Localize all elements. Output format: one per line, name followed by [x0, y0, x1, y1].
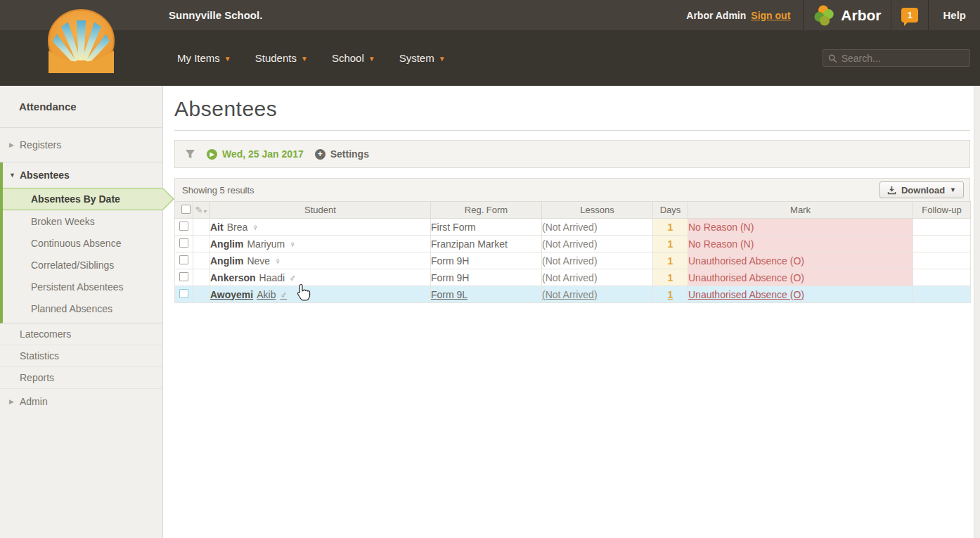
student-cell[interactable]: AitBrea♀: [210, 219, 431, 236]
search-input[interactable]: [842, 53, 965, 64]
plus-circle-icon: +: [315, 149, 325, 160]
student-cell[interactable]: AnkersonHaadi♂: [210, 269, 431, 286]
follow-up-cell[interactable]: [913, 269, 971, 286]
chevron-right-icon: ▶: [9, 398, 14, 405]
table-row[interactable]: AnglimMariyum♀ Franzipan Market (Not Arr…: [175, 236, 971, 252]
reg-form-cell[interactable]: Form 9H: [431, 252, 542, 269]
table-row[interactable]: AnkersonHaadi♂ Form 9H (Not Arrived) 1 U…: [175, 269, 971, 286]
notification-badge[interactable]: 1: [901, 8, 918, 23]
col-reg-form[interactable]: Reg. Form: [431, 202, 542, 219]
follow-up-cell[interactable]: [913, 252, 971, 269]
mark-cell[interactable]: Unauthorised Absence (O): [688, 286, 913, 303]
follow-up-cell[interactable]: [913, 219, 971, 236]
filter-funnel-icon: [185, 149, 195, 159]
chevron-down-icon: ▼: [9, 172, 15, 179]
nav-students[interactable]: Students ▼: [255, 52, 308, 64]
male-icon: ♂: [289, 273, 296, 283]
student-cell[interactable]: AnglimNeve♀: [210, 252, 431, 269]
lessons-cell[interactable]: (Not Arrived): [542, 286, 653, 303]
days-cell[interactable]: 1: [653, 269, 688, 286]
arbor-brand[interactable]: Arbor: [803, 0, 891, 30]
download-button[interactable]: Download ▼: [879, 181, 964, 198]
select-all-checkbox[interactable]: [181, 205, 191, 214]
sidebar-item-correlated-siblings[interactable]: Correlated/Siblings: [3, 254, 162, 276]
edit-pencil-icon: ✎: [195, 205, 203, 215]
sidebar-item-broken-weeks[interactable]: Broken Weeks: [3, 210, 162, 232]
sidebar-item-registers[interactable]: ▶ Registers: [0, 128, 162, 162]
reg-form-cell[interactable]: First Form: [431, 219, 542, 236]
col-student[interactable]: Student: [210, 202, 431, 219]
page-title: Absentees: [174, 97, 970, 121]
nav-school[interactable]: School ▼: [332, 52, 375, 64]
scrollbar[interactable]: [974, 86, 980, 538]
col-days[interactable]: Days: [653, 202, 688, 219]
female-icon: ♀: [289, 239, 296, 250]
sidebar-item-absentees[interactable]: ▼ Absentees: [3, 162, 162, 188]
play-circle-icon: ▶: [207, 149, 217, 160]
sidebar: Attendance ▶ Registers ▼ Absentees Absen…: [0, 86, 163, 538]
settings-filter[interactable]: + Settings: [315, 148, 369, 160]
notification-section[interactable]: 1: [891, 0, 928, 30]
checkbox-cell: [175, 236, 193, 252]
row-checkbox[interactable]: [179, 222, 188, 231]
sidebar-item-label: Absentees By Date: [3, 193, 120, 205]
search-icon: [828, 53, 837, 63]
nav-my-items[interactable]: My Items ▼: [177, 52, 231, 64]
main-content: Absentees ▶ Wed, 25 Jan 2017 + Settings …: [164, 86, 970, 538]
user-area: Arbor Admin Sign out: [679, 0, 803, 30]
results-bar: Showing 5 results Download ▼: [174, 178, 970, 201]
follow-up-cell[interactable]: [913, 286, 971, 303]
days-cell[interactable]: 1: [653, 252, 688, 269]
arbor-logo-icon: [813, 4, 836, 27]
sidebar-item-continuous-absence[interactable]: Continuous Absence: [3, 232, 162, 254]
edit-cell: [193, 219, 210, 236]
sidebar-item-reports[interactable]: Reports: [0, 367, 162, 389]
sidebar-item-admin[interactable]: ▶ Admin: [0, 390, 162, 412]
follow-up-cell[interactable]: [913, 236, 971, 252]
lessons-cell[interactable]: (Not Arrived): [542, 252, 653, 269]
download-icon: [887, 186, 896, 195]
search-box: [823, 49, 970, 67]
bulk-edit-header[interactable]: ✎▼: [193, 202, 210, 219]
table-row[interactable]: AnglimNeve♀ Form 9H (Not Arrived) 1 Unau…: [175, 252, 971, 269]
lessons-cell[interactable]: (Not Arrived): [542, 219, 653, 236]
student-cell[interactable]: AwoyemiAkib♂: [210, 286, 431, 303]
date-filter[interactable]: ▶ Wed, 25 Jan 2017: [207, 148, 304, 160]
reg-form-cell[interactable]: Form 9H: [431, 269, 542, 286]
days-cell[interactable]: 1: [653, 286, 688, 303]
sidebar-item-statistics[interactable]: Statistics: [0, 345, 162, 367]
chevron-down-icon: ▼: [439, 54, 446, 63]
edit-cell: [193, 286, 210, 303]
sidebar-item-persistent-absentees[interactable]: Persistent Absentees: [3, 276, 162, 297]
col-mark[interactable]: Mark: [688, 202, 913, 219]
nav-label: Students: [255, 52, 297, 64]
table-row-hovered[interactable]: AwoyemiAkib♂ Form 9L (Not Arrived) 1 Una…: [175, 286, 971, 303]
sidebar-item-latecomers[interactable]: Latecomers: [0, 324, 162, 345]
sign-out-link[interactable]: Sign out: [751, 10, 790, 21]
help-link[interactable]: Help: [939, 9, 970, 21]
help-section[interactable]: Help: [928, 0, 980, 30]
lessons-cell[interactable]: (Not Arrived): [542, 269, 653, 286]
days-cell[interactable]: 1: [653, 236, 688, 252]
sidebar-item-label: Correlated/Siblings: [3, 260, 114, 271]
school-logo[interactable]: [47, 8, 115, 73]
days-cell[interactable]: 1: [653, 219, 688, 236]
row-checkbox[interactable]: [179, 289, 188, 298]
sidebar-item-absentees-by-date[interactable]: Absentees By Date: [3, 188, 162, 210]
col-lessons[interactable]: Lessons: [542, 202, 653, 219]
row-checkbox[interactable]: [179, 238, 188, 248]
reg-form-cell[interactable]: Form 9L: [431, 286, 542, 303]
mark-cell[interactable]: Unauthorised Absence (O): [688, 252, 913, 269]
nav-system[interactable]: System ▼: [399, 52, 446, 64]
reg-form-cell[interactable]: Franzipan Market: [431, 236, 542, 252]
sidebar-item-planned-absences[interactable]: Planned Absences: [3, 297, 162, 319]
row-checkbox[interactable]: [179, 272, 188, 281]
mark-cell[interactable]: No Reason (N): [688, 219, 913, 236]
mark-cell[interactable]: Unauthorised Absence (O): [688, 269, 913, 286]
row-checkbox[interactable]: [179, 255, 188, 264]
col-follow-up[interactable]: Follow-up: [913, 202, 971, 219]
lessons-cell[interactable]: (Not Arrived): [542, 236, 653, 252]
mark-cell[interactable]: No Reason (N): [688, 236, 913, 252]
student-cell[interactable]: AnglimMariyum♀: [210, 236, 431, 252]
table-row[interactable]: AitBrea♀ First Form (Not Arrived) 1 No R…: [175, 219, 971, 236]
